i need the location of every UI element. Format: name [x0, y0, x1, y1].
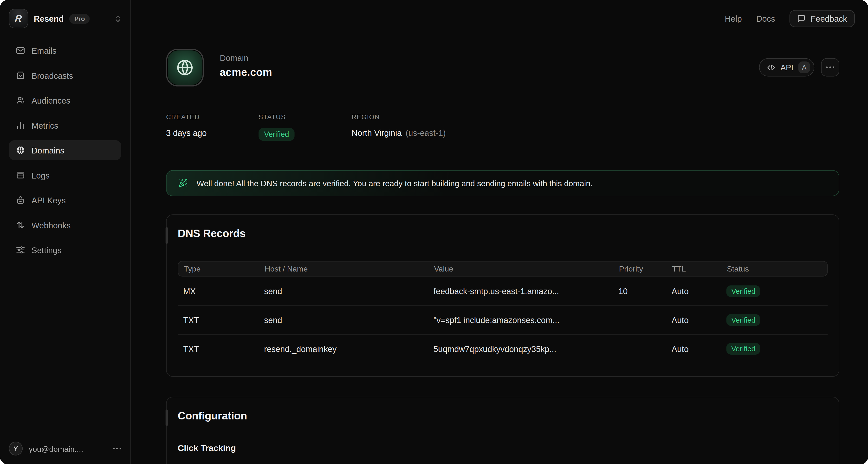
section-notch	[165, 227, 168, 244]
cell-ttl: Auto	[672, 344, 726, 353]
sidebar-item-logs[interactable]: Logs	[9, 165, 121, 185]
sidebar-item-settings[interactable]: Settings	[9, 240, 121, 260]
sidebar-item-label: Webhooks	[32, 220, 70, 230]
app-window: R Resend Pro Emails Broadcasts Audiences	[0, 0, 868, 464]
sidebar-item-domains[interactable]: Domains	[9, 140, 121, 160]
help-link[interactable]: Help	[725, 14, 742, 23]
ellipsis-icon[interactable]	[113, 447, 121, 449]
ellipsis-icon	[826, 66, 835, 68]
col-value: Value	[434, 264, 619, 273]
avatar-initial: Y	[13, 445, 18, 453]
cell-host: send	[264, 286, 434, 296]
sidebar-item-api-keys[interactable]: API Keys	[9, 190, 121, 210]
domain-globe-icon	[166, 49, 204, 86]
user-email: you@domain....	[29, 444, 83, 453]
meta-status: STATUS Verified	[258, 113, 351, 141]
resend-logo-glyph: R	[15, 13, 23, 24]
globe-icon	[16, 145, 25, 155]
code-icon	[767, 63, 776, 72]
status-badge: Verified	[726, 343, 761, 355]
chevron-up-down-icon[interactable]	[114, 14, 123, 23]
sidebar-item-label: Audiences	[32, 96, 70, 105]
col-type: Type	[184, 264, 265, 273]
api-button-label: API	[780, 63, 794, 72]
dns-table-header: Type Host / Name Value Priority TTL Stat…	[178, 261, 828, 276]
workspace-switcher[interactable]: R Resend Pro	[0, 0, 130, 35]
workspace-name: Resend	[34, 14, 64, 23]
sidebar-item-metrics[interactable]: Metrics	[9, 115, 121, 135]
avatar: Y	[9, 442, 23, 456]
header-actions: API A	[759, 58, 839, 77]
table-row[interactable]: MX send feedback-smtp.us-east-1.amazo...…	[178, 277, 828, 306]
docs-link[interactable]: Docs	[756, 14, 775, 23]
dns-records-card: DNS Records Type Host / Name Value Prior…	[166, 214, 839, 377]
configuration-card: Configuration Click Tracking	[166, 397, 839, 464]
sidebar-item-label: Metrics	[32, 120, 58, 130]
cell-type: TXT	[183, 344, 264, 353]
cell-priority: 10	[618, 286, 672, 296]
status-badge: Verified	[726, 314, 761, 326]
cell-ttl: Auto	[672, 286, 726, 296]
created-label: CREATED	[166, 113, 258, 121]
viewport-scaler: R Resend Pro Emails Broadcasts Audiences	[0, 0, 868, 464]
meta-created: CREATED 3 days ago	[166, 113, 258, 141]
more-options-button[interactable]	[821, 58, 839, 77]
page-title: acme.com	[220, 66, 272, 79]
sidebar-item-broadcasts[interactable]: Broadcasts	[9, 65, 121, 85]
keyboard-shortcut-badge: A	[799, 61, 810, 73]
mail-icon	[16, 46, 25, 55]
party-popper-icon	[178, 178, 188, 188]
table-row[interactable]: TXT send "v=spf1 include:amazonses.com..…	[178, 305, 828, 334]
status-label: STATUS	[258, 113, 351, 121]
cell-host: resend._domainkey	[264, 344, 434, 353]
cell-value: 5uqmdw7qpxudkyvdonqzy35kp...	[434, 344, 618, 353]
rows-icon	[16, 170, 25, 180]
sidebar-item-label: API Keys	[32, 195, 66, 205]
click-tracking-label: Click Tracking	[178, 443, 828, 453]
entity-label: Domain	[220, 53, 272, 63]
sidebar-item-label: Logs	[32, 170, 50, 180]
region-label: REGION	[352, 113, 446, 121]
sidebar-item-emails[interactable]: Emails	[9, 40, 121, 60]
cell-type: MX	[183, 286, 264, 296]
message-square-icon	[797, 14, 806, 23]
domain-header: Domain acme.com API A	[166, 49, 839, 86]
cell-ttl: Auto	[672, 315, 726, 325]
region-value: North Virginia	[352, 128, 402, 137]
col-status: Status	[727, 264, 822, 273]
resend-logo: R	[9, 9, 28, 28]
table-row[interactable]: TXT resend._domainkey 5uqmdw7qpxudkyvdon…	[178, 334, 828, 363]
plan-badge: Pro	[69, 13, 90, 23]
topbar: Help Docs Feedback	[725, 10, 855, 27]
domain-titles: Domain acme.com	[220, 49, 272, 79]
api-button[interactable]: API A	[759, 58, 814, 77]
banner-text: Well done! All the DNS records are verif…	[197, 179, 593, 188]
sidebar-item-label: Broadcasts	[32, 70, 73, 80]
sidebar: R Resend Pro Emails Broadcasts Audiences	[0, 0, 131, 464]
sidebar-nav: Emails Broadcasts Audiences Metrics Doma…	[0, 35, 130, 435]
sidebar-item-label: Domains	[32, 146, 64, 155]
bar-chart-icon	[16, 120, 25, 130]
sidebar-item-audiences[interactable]: Audiences	[9, 90, 121, 110]
user-menu[interactable]: Y you@domain....	[0, 435, 130, 464]
domain-meta: CREATED 3 days ago STATUS Verified REGIO…	[166, 113, 839, 141]
feedback-label: Feedback	[810, 14, 847, 23]
col-priority: Priority	[619, 264, 672, 273]
main-area: Help Docs Feedback Domain acme.com	[131, 0, 868, 464]
verification-success-banner: Well done! All the DNS records are verif…	[166, 170, 839, 196]
cell-host: send	[264, 315, 434, 325]
region-code: (us-east-1)	[406, 128, 446, 137]
col-ttl: TTL	[672, 264, 727, 273]
sidebar-item-webhooks[interactable]: Webhooks	[9, 215, 121, 235]
cell-value: feedback-smtp.us-east-1.amazo...	[434, 286, 618, 296]
created-value: 3 days ago	[166, 128, 258, 137]
sliders-icon	[16, 245, 25, 255]
lock-icon	[16, 195, 25, 205]
section-notch	[165, 410, 168, 426]
status-badge: Verified	[258, 128, 294, 141]
arrows-up-down-icon	[16, 220, 25, 230]
sidebar-item-label: Settings	[32, 245, 62, 255]
sidebar-item-label: Emails	[32, 46, 57, 55]
domain-page: Domain acme.com API A CREATE	[131, 0, 868, 464]
feedback-button[interactable]: Feedback	[789, 10, 855, 27]
